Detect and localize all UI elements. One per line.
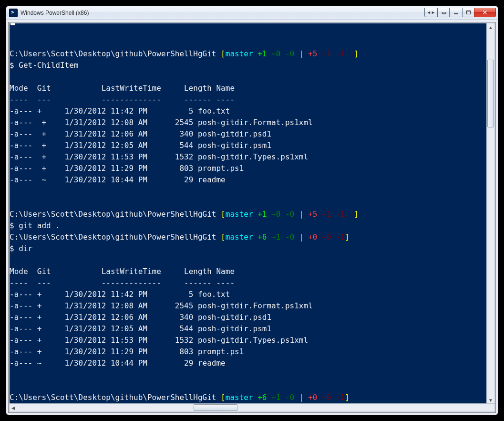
- client-area: C:\Users\Scott\Desktop\github\PowerShell…: [8, 22, 496, 413]
- window-buttons: ◄► ▭ ✕: [425, 8, 497, 17]
- minimize-button[interactable]: [449, 8, 463, 17]
- powershell-window: Windows PowerShell (x86) ◄► ▭ ✕ C:\Users…: [6, 6, 498, 415]
- scroll-lr-button[interactable]: ◄►: [424, 8, 438, 17]
- scroll-up-icon[interactable]: ▲: [487, 23, 494, 31]
- terminal-output[interactable]: C:\Users\Scott\Desktop\github\PowerShell…: [10, 23, 487, 404]
- scrollbar-corner: [487, 404, 494, 411]
- powershell-icon: [9, 9, 18, 17]
- window-title: Windows PowerShell (x86): [21, 10, 89, 16]
- titlebar[interactable]: Windows PowerShell (x86) ◄► ▭ ✕: [6, 6, 498, 20]
- scroll-down-icon[interactable]: ▼: [487, 396, 494, 404]
- horizontal-scrollbar[interactable]: ◀ ▶: [10, 403, 494, 411]
- vertical-scrollbar[interactable]: ▲ ▼: [486, 23, 494, 404]
- v-scroll-track[interactable]: [487, 31, 494, 396]
- scroll-max-button[interactable]: ▭: [437, 8, 450, 17]
- h-scroll-track[interactable]: [17, 404, 487, 411]
- maximize-button[interactable]: [462, 8, 474, 17]
- h-scroll-thumb[interactable]: [194, 404, 237, 411]
- scroll-left-icon[interactable]: ◀: [10, 404, 17, 411]
- v-scroll-thumb[interactable]: [487, 60, 494, 127]
- close-button[interactable]: ✕: [474, 8, 496, 17]
